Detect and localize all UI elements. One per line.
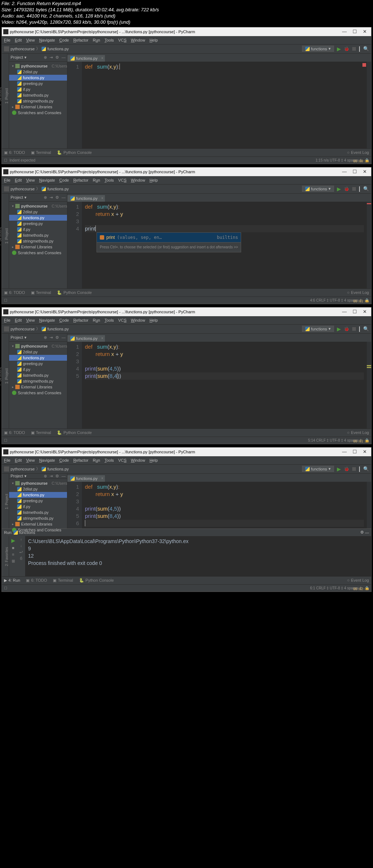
menu-view[interactable]: View xyxy=(26,178,35,182)
debug-button[interactable]: 🐞 xyxy=(344,466,349,472)
todo-tab[interactable]: ▣ 6: TODO xyxy=(4,150,25,155)
menu-refactor[interactable]: Refactor xyxy=(73,38,89,42)
tree-file[interactable]: stringmethods.py xyxy=(9,98,67,104)
tree-file-selected[interactable]: functions.py xyxy=(9,75,67,81)
menu-run[interactable]: Run xyxy=(93,178,100,182)
code-editor[interactable]: 123456 def sum(x,y): return x + y print(… xyxy=(67,482,371,528)
rerun-button[interactable]: ▶ xyxy=(11,538,15,543)
close-button[interactable]: ✕ xyxy=(363,29,367,34)
minimize-button[interactable]: — xyxy=(342,309,347,314)
gear-icon[interactable]: ⚙ xyxy=(55,55,59,60)
hide-icon[interactable]: — xyxy=(62,55,66,59)
collapse-icon[interactable]: ⇥ xyxy=(50,195,53,200)
run-config-selector[interactable]: functions▾ xyxy=(302,466,334,472)
python-console-tab[interactable]: 🐍 Python Console xyxy=(57,290,92,295)
menu-tools[interactable]: Tools xyxy=(105,178,114,182)
layout-icon[interactable]: ⊞ xyxy=(12,559,15,563)
close-button[interactable]: ✕ xyxy=(363,309,367,314)
terminal-tab[interactable]: ▣ Terminal xyxy=(31,150,51,155)
maximize-button[interactable]: ☐ xyxy=(353,449,357,454)
breadcrumb[interactable]: pythoncourse 〉 functions.py xyxy=(4,46,69,51)
terminal-tab[interactable]: ▣ Terminal xyxy=(31,430,51,435)
python-console-tab[interactable]: 🐍 Python Console xyxy=(79,578,114,583)
search-icon[interactable]: 🔍 xyxy=(363,466,369,472)
project-tree[interactable]: ▾pythoncourse C:\Users 2dlist.py functio… xyxy=(9,62,67,117)
close-button[interactable]: ✕ xyxy=(363,449,367,454)
todo-tab[interactable]: ▣ 6: TODO xyxy=(4,430,25,435)
search-icon[interactable]: 🔍 xyxy=(363,186,369,191)
tree-file[interactable]: if.py xyxy=(9,86,67,92)
tree-file[interactable]: listmethods.py xyxy=(9,92,67,98)
tree-file[interactable]: greeting.py xyxy=(9,81,67,86)
minimize-button[interactable]: — xyxy=(342,169,347,174)
code-editor[interactable]: 12345 def sum(x,y): return x + y print(s… xyxy=(67,342,371,429)
completion-item[interactable]: print (values, sep, en… builtins xyxy=(97,233,241,242)
structure-tool-tab[interactable]: 7: Structure xyxy=(0,87,2,106)
editor-tab[interactable]: functions.py× xyxy=(67,475,105,482)
menu-run[interactable]: Run xyxy=(93,38,100,42)
menu-window[interactable]: Window xyxy=(131,38,145,42)
run-tab[interactable]: ▶ 4: Run xyxy=(4,578,20,583)
up-icon[interactable]: ↑ xyxy=(20,538,22,542)
menu-tools[interactable]: Tools xyxy=(105,38,114,42)
todo-tab[interactable]: ▣ 6: TODO xyxy=(4,290,25,295)
breadcrumb[interactable]: pythoncourse〉functions.py xyxy=(4,186,69,191)
debug-button[interactable]: 🐞 xyxy=(344,326,349,332)
menu-vcs[interactable]: VCS xyxy=(118,178,127,182)
debug-button[interactable]: 🐞 xyxy=(344,186,349,191)
event-log-tab[interactable]: ○ Event Log xyxy=(347,578,369,582)
menu-code[interactable]: Code xyxy=(59,38,69,42)
debug-button[interactable]: 🐞 xyxy=(344,46,349,51)
maximize-button[interactable]: ☐ xyxy=(353,29,357,34)
menu-window[interactable]: Window xyxy=(131,178,145,182)
code-editor[interactable]: 1 def sum(x,y): xyxy=(67,62,371,148)
menu-vcs[interactable]: VCS xyxy=(118,38,127,42)
run-button[interactable]: ▶ xyxy=(337,46,341,52)
maximize-button[interactable]: ☐ xyxy=(353,169,357,174)
search-icon[interactable]: 🔍 xyxy=(363,46,369,51)
console-output[interactable]: C:\Users\BLS\AppData\Local\Programs\Pyth… xyxy=(25,536,371,576)
titlebar[interactable]: pythoncourse [C:\Users\BLS\PycharmProjec… xyxy=(2,167,371,176)
editor-tab[interactable]: functions.py× xyxy=(67,195,105,202)
structure-tool-tab[interactable]: 7: Structure xyxy=(0,227,2,246)
run-button[interactable]: ▶ xyxy=(337,186,341,192)
run-button[interactable]: ▶ xyxy=(337,466,341,472)
tree-root[interactable]: ▾pythoncourse C:\Users xyxy=(9,63,67,69)
project-tree[interactable]: ▾pythoncourse C:\Users 2dlist.py functio… xyxy=(9,202,67,257)
run-button[interactable]: ▶ xyxy=(337,326,341,332)
code-editor[interactable]: 1234 def sum(x,y): return x + y print pr… xyxy=(67,202,371,288)
breadcrumb[interactable]: pythoncourse〉functions.py xyxy=(4,466,69,472)
menu-view[interactable]: View xyxy=(26,38,35,42)
project-tree[interactable]: ▾pythoncourse C:\Users 2dlist.py functio… xyxy=(9,342,67,397)
python-console-tab[interactable]: 🐍 Python Console xyxy=(57,150,92,155)
menu-file[interactable]: File xyxy=(4,178,11,182)
todo-tab[interactable]: ▣ 6: TODO xyxy=(26,578,47,583)
hide-icon[interactable]: — xyxy=(62,195,66,199)
target-icon[interactable]: ⊕ xyxy=(44,195,47,200)
minimize-button[interactable]: — xyxy=(342,449,347,454)
gear-icon[interactable]: ⚙ xyxy=(360,530,364,535)
close-icon[interactable]: × xyxy=(101,196,103,200)
menu-code[interactable]: Code xyxy=(59,178,69,182)
menu-file[interactable]: File xyxy=(4,38,11,42)
tree-external-libs[interactable]: ▸External Libraries xyxy=(9,104,67,110)
event-log-tab[interactable]: ○ Event Log xyxy=(347,150,369,155)
menu-refactor[interactable]: Refactor xyxy=(73,178,89,182)
print-icon[interactable]: ⎙ xyxy=(20,556,22,560)
menu-edit[interactable]: Edit xyxy=(15,38,22,42)
search-icon[interactable]: 🔍 xyxy=(363,326,369,332)
close-button[interactable]: ✕ xyxy=(363,169,367,174)
project-tree[interactable]: ▾pythoncourse C:\Users 2dlist.py functio… xyxy=(9,479,67,534)
titlebar[interactable]: pythoncourse [C:\Users\BLS\PycharmProjec… xyxy=(2,27,371,36)
menu-help[interactable]: Help xyxy=(149,38,158,42)
project-tool-tab[interactable]: 1: Project xyxy=(5,228,9,244)
target-icon[interactable]: ⊕ xyxy=(44,55,47,60)
tree-scratches[interactable]: Scratches and Consoles xyxy=(9,110,67,116)
menu-edit[interactable]: Edit xyxy=(15,178,22,182)
run-config-selector[interactable]: functions▾ xyxy=(302,326,334,332)
maximize-button[interactable]: ☐ xyxy=(353,309,357,314)
gear-icon[interactable]: ⚙ xyxy=(55,195,59,200)
breadcrumb[interactable]: pythoncourse〉functions.py xyxy=(4,326,69,332)
close-icon[interactable]: × xyxy=(101,56,103,60)
collapse-icon[interactable]: ⇥ xyxy=(50,55,53,60)
